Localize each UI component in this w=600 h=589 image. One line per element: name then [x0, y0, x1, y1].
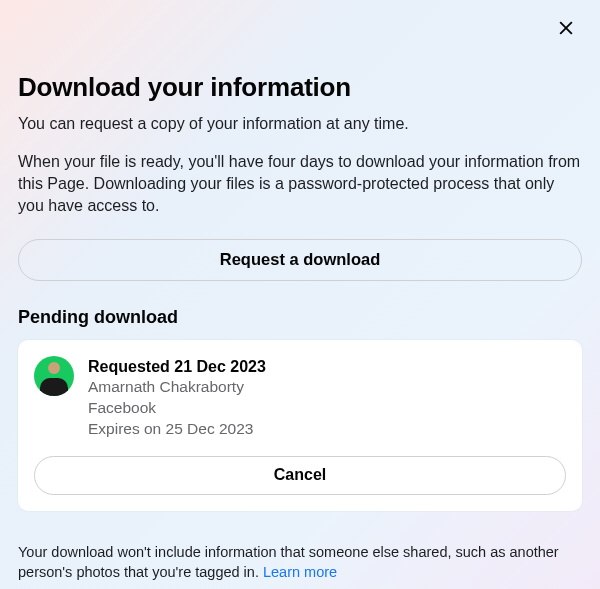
close-button[interactable] — [550, 12, 582, 44]
page-title: Download your information — [18, 72, 582, 103]
footer-text: Your download won't include information … — [18, 543, 582, 582]
learn-more-link[interactable]: Learn more — [263, 564, 337, 580]
platform-name: Facebook — [88, 398, 566, 419]
pending-info: Requested 21 Dec 2023 Amarnath Chakrabor… — [88, 356, 566, 440]
description-text: When your file is ready, you'll have fou… — [18, 151, 582, 217]
subtitle-text: You can request a copy of your informati… — [18, 113, 582, 135]
pending-download-card: Requested 21 Dec 2023 Amarnath Chakrabor… — [18, 340, 582, 511]
pending-section-heading: Pending download — [18, 307, 582, 328]
cancel-button[interactable]: Cancel — [34, 456, 566, 495]
avatar — [34, 356, 74, 396]
requested-date: Requested 21 Dec 2023 — [88, 356, 566, 378]
expires-date: Expires on 25 Dec 2023 — [88, 419, 566, 440]
request-download-button[interactable]: Request a download — [18, 239, 582, 281]
user-name: Amarnath Chakraborty — [88, 377, 566, 398]
close-icon — [556, 18, 576, 38]
